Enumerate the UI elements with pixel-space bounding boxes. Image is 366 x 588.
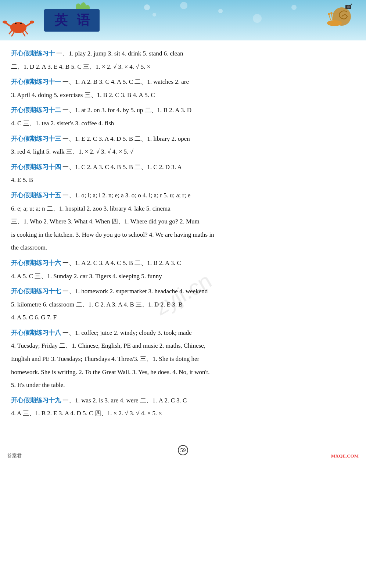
section-15-line2: 6. e; a; u; a; n 二、1. hospital 2. zoo 3.… <box>11 203 355 215</box>
section-10: 开心假期练习十 一、1. play 2. jump 3. sit 4. drin… <box>11 48 355 72</box>
section-17-title: 开心假期练习十七 <box>11 288 61 295</box>
section-18-line4: homework. She is writing. 2. To the Grea… <box>11 366 355 378</box>
section-17-line2: 5. kilometre 6. classroom 二、1. C 2. A 3.… <box>11 299 355 311</box>
section-19-line2: 4. A 三、1. B 2. E 3. A 4. D 5. C 四、1. × 2… <box>11 408 355 419</box>
section-17-line3: 4. A 5. C 6. G 7. F <box>11 312 355 323</box>
svg-point-15 <box>30 21 34 24</box>
section-18-line1: 开心假期练习十八 一、1. coffee; juice 2. windy; cl… <box>11 327 355 339</box>
svg-point-25 <box>333 7 351 26</box>
svg-line-28 <box>331 14 333 20</box>
page-header: 英 语 <box>0 0 366 40</box>
section-13-line1: 开心假期练习十三 一、1. E 2. C 3. A 4. D 5. B 二、1.… <box>11 133 355 145</box>
svg-line-13 <box>26 23 31 26</box>
svg-line-19 <box>22 31 25 36</box>
svg-line-33 <box>351 4 352 5</box>
svg-point-6 <box>291 5 297 10</box>
svg-point-8 <box>14 22 17 25</box>
section-11-title: 开心假期练习十一 <box>11 78 61 85</box>
svg-point-3 <box>180 2 187 9</box>
section-14-line2: 4. E 5. B <box>11 174 355 186</box>
section-13: 开心假期练习十三 一、1. E 2. C 3. A 4. D 5. B 二、1.… <box>11 133 355 158</box>
section-13-title: 开心假期练习十三 <box>11 135 61 142</box>
section-16-line1: 开心假期练习十六 一、1. A 2. C 3. A 4. C 5. B 二、1.… <box>11 257 355 269</box>
section-14-title: 开心假期练习十四 <box>11 164 61 171</box>
section-10-title: 开心假期练习十 <box>11 50 55 57</box>
section-16-title: 开心假期练习十六 <box>11 259 61 266</box>
right-logo: MXQE.COM <box>331 453 359 459</box>
section-12-line1: 开心假期练习十二 一、1. at 2. on 3. for 4. by 5. u… <box>11 104 355 116</box>
section-18-line3: English and PE 3. Tuesdays; Thursdays 4.… <box>11 353 355 365</box>
section-13-line2: 3. red 4. light 5. walk 三、1. × 2. √ 3. √… <box>11 146 355 158</box>
section-12-line2: 4. C 三、1. tea 2. sister's 3. coffee 4. f… <box>11 118 355 129</box>
section-12-title: 开心假期练习十二 <box>11 107 61 114</box>
svg-point-9 <box>19 22 22 25</box>
main-content: 开心假期练习十 一、1. play 2. jump 3. sit 4. drin… <box>0 40 366 438</box>
svg-point-32 <box>347 6 350 8</box>
svg-point-4 <box>218 9 223 13</box>
section-17: 开心假期练习十七 一、1. homework 2. supermarket 3.… <box>11 286 355 323</box>
section-15-line5: the classroom. <box>11 242 355 254</box>
svg-rect-31 <box>345 5 351 9</box>
svg-line-16 <box>9 29 13 34</box>
section-18-line2: 4. Tuesday; Friday 二、1. Chinese, English… <box>11 340 355 352</box>
section-10-line1: 开心假期练习十 一、1. play 2. jump 3. sit 4. drin… <box>11 48 355 60</box>
svg-line-17 <box>12 31 15 36</box>
section-12: 开心假期练习十二 一、1. at 2. on 3. for 4. by 5. u… <box>11 104 355 129</box>
section-19-line1: 开心假期练习十九 一、1. was 2. is 3. are 4. were 二… <box>11 395 355 406</box>
section-14-line1: 开心假期练习十四 一、1. C 2. A 3. C 4. B 5. B 二、1.… <box>11 161 355 173</box>
section-18: 开心假期练习十八 一、1. coffee; juice 2. windy; cl… <box>11 327 355 391</box>
svg-point-30 <box>330 12 333 14</box>
svg-point-2 <box>152 13 156 17</box>
svg-point-26 <box>327 20 342 26</box>
section-15: 开心假期练习十五 一、1. o; i; a; l 2. n; e; a 3. o… <box>11 190 355 254</box>
section-19-title: 开心假期练习十九 <box>11 397 61 404</box>
section-18-line5: 5. It's under the table. <box>11 379 355 391</box>
svg-line-18 <box>24 29 28 34</box>
svg-point-29 <box>328 13 330 15</box>
section-15-title: 开心假期练习十五 <box>11 192 61 199</box>
section-10-line2: 二、1. D 2. A 3. E 4. B 5. C 三、1. × 2. √ 3… <box>11 61 355 73</box>
svg-point-11 <box>20 23 22 24</box>
section-14: 开心假期练习十四 一、1. C 2. A 3. C 4. B 5. B 二、1.… <box>11 161 355 186</box>
section-16: 开心假期练习十六 一、1. A 2. C 3. A 4. C 5. B 二、1.… <box>11 257 355 282</box>
page-footer: 59 答案君 MXQE.COM <box>0 445 366 463</box>
svg-line-12 <box>6 23 11 26</box>
svg-point-14 <box>3 21 7 24</box>
svg-point-5 <box>253 14 262 23</box>
section-17-line1: 开心假期练习十七 一、1. homework 2. supermarket 3.… <box>11 286 355 297</box>
svg-line-27 <box>329 15 331 20</box>
svg-point-1 <box>144 4 150 10</box>
section-11-line1: 开心假期练习十一 一、1. A 2. B 3. C 4. A 5. C 二、1.… <box>11 76 355 88</box>
svg-point-7 <box>10 22 26 33</box>
page-number: 59 <box>178 445 188 455</box>
section-19: 开心假期练习十九 一、1. was 2. is 3. are 4. were 二… <box>11 395 355 419</box>
section-16-line2: 4. A 5. C 三、1. Sunday 2. car 3. Tigers 4… <box>11 270 355 282</box>
svg-point-10 <box>15 23 17 24</box>
section-11-line2: 3. April 4. doing 5. exercises 三、1. B 2.… <box>11 89 355 101</box>
section-15-line3: 三、1. Who 2. Where 3. What 4. When 四、1. W… <box>11 216 355 227</box>
left-logo: 答案君 <box>7 452 22 459</box>
section-11: 开心假期练习十一 一、1. A 2. B 3. C 4. A 5. C 二、1.… <box>11 76 355 101</box>
section-15-line1: 开心假期练习十五 一、1. o; i; a; l 2. n; e; a 3. o… <box>11 190 355 201</box>
section-18-title: 开心假期练习十八 <box>11 329 61 336</box>
section-15-line4: is cooking in the kitchen. 3. How do you… <box>11 229 355 241</box>
page-title: 英 语 <box>54 13 93 28</box>
